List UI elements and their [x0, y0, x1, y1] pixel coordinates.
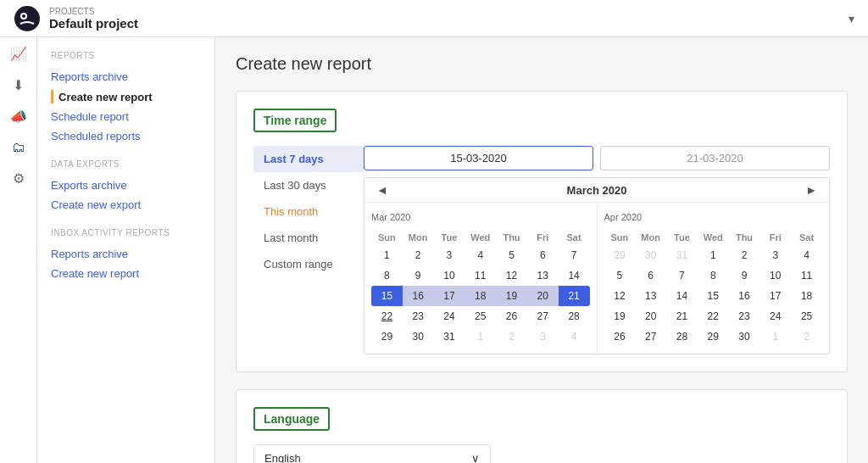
calendar-day[interactable]: 31 — [434, 326, 465, 347]
calendar-day[interactable]: 17 — [434, 286, 465, 306]
calendar-day[interactable]: 3 — [527, 326, 559, 347]
sidebar-item-inbox-create-new-report[interactable]: Create new report — [51, 264, 201, 283]
calendar-day[interactable]: 6 — [635, 265, 666, 286]
calendar-day[interactable]: 25 — [465, 306, 496, 326]
calendar-day[interactable]: 24 — [434, 306, 465, 326]
option-last-month[interactable]: Last month — [253, 225, 364, 251]
calendar-day[interactable]: 4 — [465, 245, 496, 265]
right-cal-label: Apr 2020 — [604, 209, 823, 225]
calendar-day[interactable]: 7 — [666, 265, 698, 286]
sidebar-item-create-new-export[interactable]: Create new export — [51, 195, 201, 215]
option-last-7-days[interactable]: Last 7 days — [253, 146, 364, 172]
calendar-day[interactable]: 5 — [496, 245, 527, 265]
settings-icon[interactable]: ⚙ — [13, 170, 25, 187]
calendar-day[interactable]: 2 — [791, 326, 822, 347]
svg-point-2 — [22, 14, 25, 18]
calendar-day[interactable]: 18 — [791, 286, 822, 306]
calendar-day[interactable]: 11 — [465, 265, 496, 286]
option-last-30-days[interactable]: Last 30 days — [253, 172, 364, 198]
top-header: PROJECTS Default project ▾ — [0, 0, 868, 37]
project-dropdown-btn[interactable]: ▾ — [849, 12, 854, 25]
calendar-day[interactable]: 9 — [729, 265, 760, 286]
sidebar-item-reports-archive[interactable]: Reports archive — [51, 67, 201, 86]
calendar-day[interactable]: 30 — [403, 326, 434, 347]
calendar-day[interactable]: 29 — [371, 326, 403, 347]
megaphone-icon[interactable]: 📣 — [10, 109, 27, 125]
calendar-day[interactable]: 11 — [791, 265, 822, 286]
calendar-day[interactable]: 1 — [371, 245, 403, 265]
next-month-btn[interactable]: ► — [800, 181, 822, 198]
calendar-day[interactable]: 2 — [403, 245, 434, 265]
calendar-day[interactable]: 20 — [635, 306, 666, 326]
calendar-day[interactable]: 9 — [403, 265, 434, 286]
calendar-day[interactable]: 22 — [698, 306, 729, 326]
calendar-day[interactable]: 15 — [698, 286, 729, 306]
calendar-day[interactable]: 23 — [729, 306, 760, 326]
calendar-day[interactable]: 1 — [760, 326, 791, 347]
calendar-day[interactable]: 21 — [666, 306, 698, 326]
calendar-day[interactable]: 27 — [635, 326, 666, 347]
calendar-day[interactable]: 13 — [635, 286, 666, 306]
chart-icon[interactable]: 📈 — [10, 46, 27, 62]
calendar-day[interactable]: 4 — [791, 245, 822, 265]
calendar-day[interactable]: 3 — [760, 245, 791, 265]
calendar-day[interactable]: 27 — [527, 306, 559, 326]
calendar-day[interactable]: 30 — [729, 326, 760, 347]
end-date-input[interactable] — [600, 146, 830, 170]
calendar-day[interactable]: 26 — [604, 326, 636, 347]
sidebar-item-create-new-report[interactable]: Create new report — [51, 86, 201, 107]
sidebar-item-scheduled-reports[interactable]: Scheduled reports — [51, 126, 201, 146]
calendar-day[interactable]: 10 — [434, 265, 465, 286]
option-this-month[interactable]: This month — [253, 198, 364, 225]
download-icon[interactable]: ⬇ — [13, 77, 24, 93]
prev-month-btn[interactable]: ◄ — [371, 181, 393, 198]
calendar-day[interactable]: 24 — [760, 306, 791, 326]
copy-icon[interactable]: 🗂 — [12, 140, 25, 155]
calendar-day[interactable]: 1 — [698, 245, 729, 265]
calendar-day[interactable]: 16 — [403, 286, 434, 306]
inbox-section-title: INBOX ACTIVITY REPORTS — [51, 228, 201, 237]
calendar-day[interactable]: 22 — [371, 306, 403, 326]
calendar-day[interactable]: 29 — [698, 326, 729, 347]
calendar-day[interactable]: 5 — [604, 265, 636, 286]
calendar-day[interactable]: 13 — [527, 265, 559, 286]
option-custom-range[interactable]: Custom range — [253, 251, 364, 277]
calendar-day[interactable]: 7 — [559, 245, 590, 265]
calendar-day[interactable]: 20 — [527, 286, 559, 306]
calendar-day[interactable]: 16 — [729, 286, 760, 306]
start-date-input[interactable] — [364, 146, 593, 170]
calendar-day[interactable]: 23 — [403, 306, 434, 326]
calendar-day[interactable]: 28 — [666, 326, 698, 347]
col-thu-r: Thu — [729, 230, 760, 245]
calendar-day[interactable]: 19 — [496, 286, 527, 306]
calendar-day[interactable]: 25 — [791, 306, 822, 326]
calendar-day[interactable]: 2 — [496, 326, 527, 347]
calendar-day[interactable]: 12 — [604, 286, 636, 306]
calendar-day[interactable]: 26 — [496, 306, 527, 326]
calendar-day[interactable]: 14 — [666, 286, 698, 306]
sidebar-item-exports-archive[interactable]: Exports archive — [51, 176, 201, 195]
calendar-day[interactable]: 14 — [559, 265, 590, 286]
calendar-day[interactable]: 12 — [496, 265, 527, 286]
language-select[interactable]: English ∨ — [253, 444, 491, 463]
calendar-day[interactable]: 30 — [635, 245, 666, 265]
calendar-day[interactable]: 15 — [371, 286, 403, 306]
calendar-day[interactable]: 2 — [729, 245, 760, 265]
calendar-day[interactable]: 31 — [666, 245, 698, 265]
calendar-day[interactable]: 17 — [760, 286, 791, 306]
calendar-day[interactable]: 3 — [434, 245, 465, 265]
calendar-day[interactable]: 4 — [559, 326, 590, 347]
calendar-day[interactable]: 8 — [698, 265, 729, 286]
calendar-day[interactable]: 8 — [371, 265, 403, 286]
calendar-day[interactable]: 1 — [465, 326, 496, 347]
calendar-day[interactable]: 18 — [465, 286, 496, 306]
calendar-day[interactable]: 10 — [760, 265, 791, 286]
project-label: PROJECTS — [49, 7, 138, 16]
sidebar-item-inbox-reports-archive[interactable]: Reports archive — [51, 244, 201, 264]
calendar-day[interactable]: 28 — [559, 306, 590, 326]
calendar-day[interactable]: 6 — [527, 245, 559, 265]
calendar-day[interactable]: 19 — [604, 306, 636, 326]
calendar-day[interactable]: 29 — [604, 245, 636, 265]
calendar-day[interactable]: 21 — [559, 286, 590, 306]
sidebar-item-schedule-report[interactable]: Schedule report — [51, 107, 201, 126]
